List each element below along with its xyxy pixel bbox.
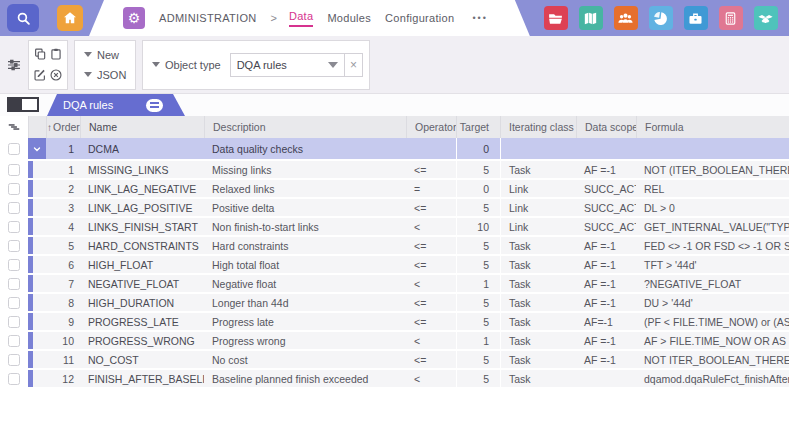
table-row[interactable]: 12FINISH_AFTER_BASELI...Baseline planned… [0, 370, 789, 389]
target-cell: 10 [456, 218, 500, 235]
row-checkbox[interactable] [8, 278, 20, 290]
description-cell: Progress wrong [204, 332, 406, 349]
row-checkbox[interactable] [8, 259, 20, 271]
table-row[interactable]: 10PROGRESS_WRONGProgress wrong<1TaskAF =… [0, 332, 789, 351]
row-checkbox[interactable] [8, 354, 20, 366]
header-expander-cell [28, 116, 46, 138]
operator-cell [406, 138, 456, 159]
split-view-icon[interactable] [7, 97, 39, 112]
nav-item-data[interactable]: Data [289, 10, 313, 27]
row-checkbox[interactable] [8, 183, 20, 195]
iterating-class-cell: Task [500, 370, 576, 387]
group-indicator-bar [28, 351, 33, 368]
group-indicator-bar [28, 294, 33, 311]
tab-menu-icon[interactable] [146, 99, 163, 112]
table-row[interactable]: 8HIGH_DURATIONLonger than 44d<=5TaskAF =… [0, 294, 789, 313]
table-row[interactable]: 2LINK_LAG_NEGATIVERelaxed links=0LinkSUC… [0, 180, 789, 199]
folder-icon[interactable] [544, 6, 568, 30]
dqa-rules-table: ↑Order. Name Description Operator Target… [0, 116, 789, 389]
formula-cell: GET_INTERNAL_VALUE("TYPE") <> "... [636, 218, 789, 235]
tab-strip: DQA rules [0, 94, 789, 116]
iterating-class-cell [500, 138, 576, 159]
row-checkbox[interactable] [8, 316, 20, 328]
description-cell: Missing links [204, 161, 406, 178]
table-row[interactable]: 1MISSING_LINKSMissing links<=5TaskAF =-1… [0, 161, 789, 180]
tab-dqa-rules[interactable]: DQA rules [47, 94, 185, 116]
row-select-cell [0, 218, 28, 235]
clear-object-type-button[interactable]: × [345, 53, 363, 77]
group-indicator-bar [28, 180, 33, 197]
name-cell: LINKS_FINISH_START [80, 218, 204, 235]
pie-chart-icon[interactable] [649, 6, 673, 30]
description-cell: No cost [204, 351, 406, 368]
edit-icon[interactable] [33, 68, 47, 82]
column-header-formula[interactable]: Formula [636, 116, 789, 138]
object-type-menu[interactable]: Object type [152, 59, 221, 71]
row-checkbox[interactable] [8, 240, 20, 252]
column-header-description[interactable]: Description [204, 116, 406, 138]
name-cell: FINISH_AFTER_BASELI... [80, 370, 204, 387]
briefcase-icon[interactable] [684, 6, 708, 30]
chevron-down-icon [32, 144, 42, 154]
row-checkbox[interactable] [8, 221, 20, 233]
search-icon [15, 10, 32, 27]
table-row[interactable]: 9PROGRESS_LATEProgress late<=5TaskAF=-1(… [0, 313, 789, 332]
table-row[interactable]: 11NO_COSTNo cost<=5TaskAF =-1NOT ITER_BO… [0, 351, 789, 370]
column-header-name[interactable]: Name [80, 116, 204, 138]
more-menu-icon[interactable]: ••• [472, 13, 487, 23]
operator-cell: <= [406, 237, 456, 254]
calculator-icon[interactable] [719, 6, 743, 30]
table-row-group-dcma[interactable]: 1 DCMA Data quality checks 0 [0, 138, 789, 161]
view-settings-button[interactable] [0, 57, 28, 73]
table-row[interactable]: 7NEGATIVE_FLOATNegative float<1TaskAF =-… [0, 275, 789, 294]
name-cell: PROGRESS_LATE [80, 313, 204, 330]
formula-cell: dqamod.dqaRuleFct_finishAfter [636, 370, 789, 387]
column-header-iterating-class[interactable]: Iterating class [500, 116, 576, 138]
row-checkbox[interactable] [8, 373, 20, 385]
column-header-order[interactable]: ↑Order. [46, 116, 80, 138]
operator-cell: <= [406, 256, 456, 273]
row-select-cell [0, 237, 28, 254]
group-indicator-cell [28, 199, 46, 216]
new-button[interactable]: New [84, 49, 135, 61]
group-indicator-bar [28, 313, 33, 330]
home-button[interactable] [57, 5, 83, 31]
order-cell: 6 [46, 256, 80, 273]
target-cell: 0 [456, 138, 500, 159]
table-row[interactable]: 3LINK_LAG_POSITIVEPositive delta<=5LinkS… [0, 199, 789, 218]
header-filter-cell[interactable] [0, 116, 28, 138]
users-icon[interactable] [614, 6, 638, 30]
row-checkbox[interactable] [8, 335, 20, 347]
target-cell: 5 [456, 237, 500, 254]
tab-label: DQA rules [63, 99, 113, 111]
toolbar: New JSON Object type DQA rules × [0, 36, 789, 94]
json-button[interactable]: JSON [84, 69, 135, 81]
copy-icon[interactable] [33, 47, 47, 61]
nav-item-configuration[interactable]: Configuration [385, 12, 454, 24]
table-row[interactable]: 6HIGH_FLOATHigh total float<=5TaskAF =-1… [0, 256, 789, 275]
iterating-class-cell: Task [500, 351, 576, 368]
cancel-icon[interactable] [49, 68, 63, 82]
column-header-data-scope[interactable]: Data scope [576, 116, 636, 138]
description-cell: Relaxed links [204, 180, 406, 197]
row-checkbox[interactable] [8, 143, 20, 155]
row-checkbox[interactable] [8, 202, 20, 214]
column-header-target[interactable]: Target [456, 116, 500, 138]
map-icon[interactable] [579, 6, 603, 30]
operator-cell: < [406, 370, 456, 387]
nav-item-modules[interactable]: Modules [327, 12, 371, 24]
data-scope-cell [576, 370, 636, 387]
create-actions-panel: New JSON [74, 40, 136, 90]
column-header-operator[interactable]: Operator [406, 116, 456, 138]
search-button[interactable] [7, 4, 39, 32]
home-icon [62, 10, 78, 26]
collapse-group-cell[interactable] [28, 138, 46, 159]
description-cell: Hard constraints [204, 237, 406, 254]
row-checkbox[interactable] [8, 297, 20, 309]
table-row[interactable]: 4LINKS_FINISH_STARTNon finish-to-start l… [0, 218, 789, 237]
paste-icon[interactable] [49, 47, 63, 61]
table-row[interactable]: 5HARD_CONSTRAINTSHard constraints<=5Task… [0, 237, 789, 256]
object-type-select[interactable]: DQA rules [230, 53, 345, 77]
row-checkbox[interactable] [8, 164, 20, 176]
handshake-icon[interactable] [754, 6, 778, 30]
